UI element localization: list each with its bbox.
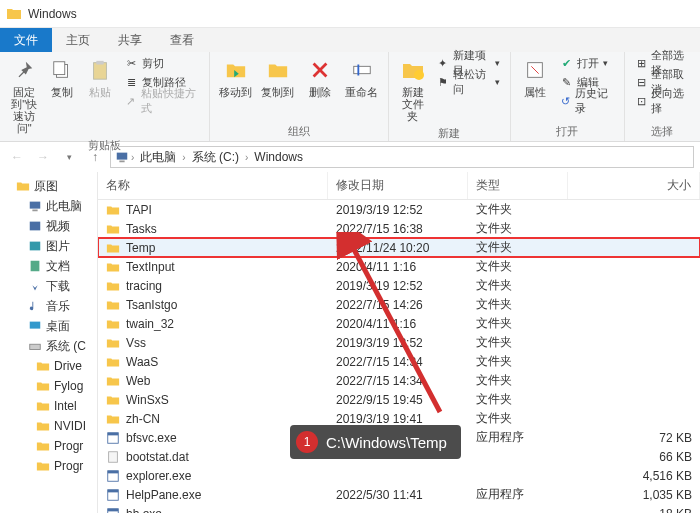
down-icon xyxy=(28,279,42,293)
file-type: 文件夹 xyxy=(468,391,568,408)
tab-home[interactable]: 主页 xyxy=(52,28,104,52)
rename-button[interactable]: 重命名 xyxy=(342,54,382,100)
new-folder-button[interactable]: 新建 文件夹 xyxy=(395,54,431,124)
table-row[interactable]: TextInput2020/4/11 1:16文件夹 xyxy=(98,257,700,276)
sidebar-item[interactable]: 桌面 xyxy=(0,316,97,336)
dat-icon xyxy=(106,450,120,464)
sidebar-item-label: 音乐 xyxy=(46,298,70,315)
sidebar-item[interactable]: 原图 xyxy=(0,176,97,196)
svg-rect-7 xyxy=(117,153,128,160)
svg-rect-1 xyxy=(54,62,65,75)
col-type[interactable]: 类型 xyxy=(468,172,568,199)
pic-icon xyxy=(28,239,42,253)
folder-icon xyxy=(36,419,50,433)
file-name: twain_32 xyxy=(126,317,174,331)
folder-icon xyxy=(36,379,50,393)
sidebar-item[interactable]: Intel xyxy=(0,396,97,416)
sidebar-item[interactable]: 下载 xyxy=(0,276,97,296)
file-date: 2022/9/15 19:45 xyxy=(328,393,468,407)
file-date: 2022/7/15 16:38 xyxy=(328,222,468,236)
table-row[interactable]: WinSxS2022/9/15 19:45文件夹 xyxy=(98,390,700,409)
table-row[interactable]: tracing2019/3/19 12:52文件夹 xyxy=(98,276,700,295)
invert-selection-button[interactable]: ⊡反向选择 xyxy=(631,92,694,110)
sidebar-item-label: Drive xyxy=(54,359,82,373)
table-row[interactable]: Vss2019/3/19 12:52文件夹 xyxy=(98,333,700,352)
table-row[interactable]: hh.exe18 KB xyxy=(98,504,700,513)
cut-button[interactable]: ✂剪切 xyxy=(120,54,202,72)
file-name: bfsvc.exe xyxy=(126,431,177,445)
file-name: hh.exe xyxy=(126,507,162,514)
sidebar-item-label: Intel xyxy=(54,399,77,413)
copy-button[interactable]: 复制 xyxy=(44,54,80,100)
forward-button[interactable]: → xyxy=(32,146,54,168)
folder-icon xyxy=(36,399,50,413)
table-row[interactable]: TsanIstgo2022/7/15 14:26文件夹 xyxy=(98,295,700,314)
folder-icon xyxy=(106,298,120,312)
sidebar-item-label: NVIDI xyxy=(54,419,86,433)
sidebar-item[interactable]: 文档 xyxy=(0,256,97,276)
table-row[interactable]: Temp2022/11/24 10:20文件夹 xyxy=(98,238,700,257)
table-row[interactable]: Web2022/7/15 14:34文件夹 xyxy=(98,371,700,390)
copy-icon xyxy=(48,56,76,84)
pin-button[interactable]: 固定到"快速访问" xyxy=(6,54,42,136)
sidebar-item[interactable]: Drive xyxy=(0,356,97,376)
breadcrumb-folder[interactable]: Windows xyxy=(250,150,307,164)
chevron-down-icon: ▾ xyxy=(495,58,500,68)
breadcrumb[interactable]: › 此电脑 › 系统 (C:) › Windows xyxy=(110,146,694,168)
table-row[interactable]: explorer.exe4,516 KB xyxy=(98,466,700,485)
file-date: 2022/7/15 14:34 xyxy=(328,355,468,369)
up-button[interactable]: ↑ xyxy=(84,146,106,168)
open-button[interactable]: ✔打开▾ xyxy=(555,54,618,72)
delete-button[interactable]: 删除 xyxy=(300,54,340,100)
file-date: 2019/3/19 19:41 xyxy=(328,412,468,426)
history-button[interactable]: ↺历史记录 xyxy=(555,92,618,110)
file-name: TAPI xyxy=(126,203,152,217)
table-row[interactable]: Tasks2022/7/15 16:38文件夹 xyxy=(98,219,700,238)
sidebar-item-label: 图片 xyxy=(46,238,70,255)
move-to-button[interactable]: 移动到 xyxy=(216,54,256,100)
recent-button[interactable]: ▾ xyxy=(58,146,80,168)
sidebar-item-label: Progr xyxy=(54,439,83,453)
sidebar-item[interactable]: Fylog xyxy=(0,376,97,396)
breadcrumb-drive[interactable]: 系统 (C:) xyxy=(188,149,243,166)
properties-button[interactable]: 属性 xyxy=(517,54,553,100)
paste-button[interactable]: 粘贴 xyxy=(82,54,118,100)
back-button[interactable]: ← xyxy=(6,146,28,168)
tab-share[interactable]: 共享 xyxy=(104,28,156,52)
col-name[interactable]: 名称 xyxy=(98,172,328,199)
col-size[interactable]: 大小 xyxy=(568,172,700,199)
table-row[interactable]: WaaS2022/7/15 14:34文件夹 xyxy=(98,352,700,371)
sidebar-item-label: Progr xyxy=(54,459,83,473)
sidebar-item[interactable]: 视频 xyxy=(0,216,97,236)
file-size: 72 KB xyxy=(568,431,700,445)
tab-view[interactable]: 查看 xyxy=(156,28,208,52)
invert-icon: ⊡ xyxy=(635,94,647,108)
sidebar-item[interactable]: 音乐 xyxy=(0,296,97,316)
col-date[interactable]: 修改日期 xyxy=(328,172,468,199)
edit-icon: ✎ xyxy=(559,75,573,89)
video-icon xyxy=(28,219,42,233)
sidebar-item[interactable]: Progr xyxy=(0,436,97,456)
table-row[interactable]: HelpPane.exe2022/5/30 11:41应用程序1,035 KB xyxy=(98,485,700,504)
navbar: ← → ▾ ↑ › 此电脑 › 系统 (C:) › Windows xyxy=(0,142,700,172)
table-row[interactable]: twain_322020/4/11 1:16文件夹 xyxy=(98,314,700,333)
sidebar-item[interactable]: 此电脑 xyxy=(0,196,97,216)
folder-icon xyxy=(106,260,120,274)
sidebar-item[interactable]: Progr xyxy=(0,456,97,476)
folder-icon xyxy=(106,317,120,331)
copy-to-button[interactable]: 复制到 xyxy=(258,54,298,100)
folder-icon xyxy=(106,355,120,369)
select-all-icon: ⊞ xyxy=(635,56,647,70)
breadcrumb-pc[interactable]: 此电脑 xyxy=(136,149,180,166)
easy-access-button[interactable]: ⚑轻松访问▾ xyxy=(433,73,504,91)
paste-shortcut-button[interactable]: ↗粘贴快捷方式 xyxy=(120,92,202,110)
table-row[interactable]: TAPI2019/3/19 12:52文件夹 xyxy=(98,200,700,219)
sidebar-item[interactable]: NVIDI xyxy=(0,416,97,436)
sidebar-item[interactable]: 图片 xyxy=(0,236,97,256)
pc-icon xyxy=(28,199,42,213)
path-icon: ≣ xyxy=(124,75,138,89)
svg-rect-11 xyxy=(30,222,41,231)
sidebar-item[interactable]: 系统 (C xyxy=(0,336,97,356)
tab-file[interactable]: 文件 xyxy=(0,28,52,52)
folder-icon xyxy=(106,374,120,388)
